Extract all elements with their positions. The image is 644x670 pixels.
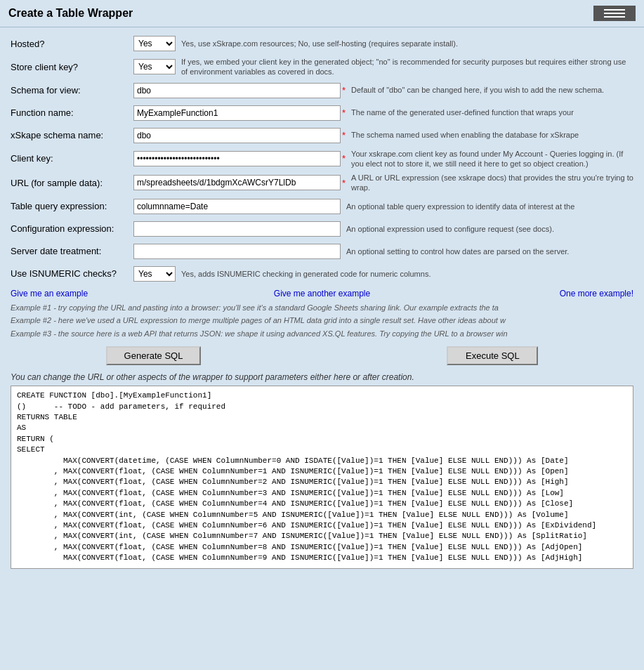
table-query-control: An optional table query expression to id…	[133, 199, 633, 214]
hamburger-icon	[604, 9, 625, 18]
isnumeric-select[interactable]: Yes No	[133, 266, 176, 282]
config-expr-row: Configuration expression: An optional ex…	[11, 220, 633, 238]
xskape-schema-required: *	[342, 130, 346, 140]
hosted-help: Yes, use xSkrape.com resources; No, use …	[181, 39, 633, 48]
isnumeric-label: Use ISNUMERIC checks?	[11, 268, 133, 279]
client-key-label: Client key:	[11, 153, 133, 164]
main-content: Hosted? Yes No Yes, use xSkrape.com reso…	[0, 27, 644, 576]
example-desc-2: Example #2 - here we've used a URL expre…	[11, 315, 633, 327]
url-row: URL (for sample data): * A URL or URL ex…	[11, 173, 633, 193]
hosted-select[interactable]: Yes No	[133, 36, 176, 51]
menu-icon[interactable]	[593, 6, 636, 21]
server-date-label: Server date treatment:	[11, 246, 133, 256]
table-query-row: Table query expression: An optional tabl…	[11, 197, 633, 216]
example-link-3[interactable]: One more example!	[426, 289, 633, 298]
example-link-1[interactable]: Give me an example	[11, 289, 218, 298]
function-name-help: The name of the generated user-defined f…	[351, 107, 633, 117]
generate-sql-button[interactable]: Generate SQL	[106, 346, 202, 365]
hosted-label: Hosted?	[11, 39, 133, 49]
store-client-key-label: Store client key?	[11, 62, 133, 72]
xskape-schema-label: xSkape schema name:	[11, 130, 133, 140]
table-query-input[interactable]	[133, 199, 341, 214]
server-date-help: An optional setting to control how dates…	[346, 247, 633, 256]
isnumeric-help: Yes, adds ISNUMERIC checking in generate…	[181, 269, 633, 279]
sql-output[interactable]: CREATE FUNCTION [dbo].[MyExampleFunction…	[11, 386, 633, 568]
client-key-control: * Your xskrape.com client key as found u…	[133, 149, 633, 169]
client-key-input[interactable]	[133, 151, 341, 166]
schema-view-row: Schema for view: * Default of "dbo" can …	[11, 81, 633, 100]
schema-view-required: *	[342, 85, 346, 96]
execute-sql-button[interactable]: Execute SQL	[447, 346, 538, 365]
server-date-input[interactable]	[133, 244, 341, 259]
xskape-schema-help: The schema named used when enabling the …	[351, 130, 633, 140]
config-expr-label: Configuration expression:	[11, 223, 133, 234]
example-link-2[interactable]: Give me another example	[218, 289, 426, 298]
server-date-control: An optional setting to control how dates…	[133, 244, 633, 259]
function-name-required: *	[342, 107, 346, 118]
example-desc-3: Example #3 - the source here is a web AP…	[11, 328, 633, 340]
examples-links-row: Give me an example Give me another examp…	[11, 289, 633, 298]
store-client-key-help: If yes, we embed your client key in the …	[181, 57, 633, 77]
url-control: * A URL or URL expression (see xskrape d…	[133, 173, 633, 193]
url-help: A URL or URL expression (see xskrape doc…	[351, 173, 633, 193]
xskape-schema-control: * The schema named used when enabling th…	[133, 128, 633, 143]
function-name-row: Function name: * The name of the generat…	[11, 104, 633, 122]
isnumeric-row: Use ISNUMERIC checks? Yes No Yes, adds I…	[11, 265, 633, 283]
client-key-row: Client key: * Your xskrape.com client ke…	[11, 149, 633, 169]
server-date-row: Server date treatment: An optional setti…	[11, 242, 633, 261]
xskape-schema-input[interactable]	[133, 128, 341, 143]
schema-view-control: * Default of "dbo" can be changed here, …	[133, 83, 633, 98]
schema-view-help: Default of "dbo" can be changed here, if…	[351, 85, 633, 95]
hosted-control: Yes No Yes, use xSkrape.com resources; N…	[133, 36, 633, 51]
config-expr-control: An optional expression used to configure…	[133, 221, 633, 237]
client-key-help: Your xskrape.com client key as found und…	[351, 149, 633, 169]
client-key-required: *	[342, 153, 346, 164]
function-name-input[interactable]	[133, 105, 341, 121]
isnumeric-control: Yes No Yes, adds ISNUMERIC checking in g…	[133, 266, 633, 282]
hosted-row: Hosted? Yes No Yes, use xSkrape.com reso…	[11, 34, 633, 53]
xskape-schema-row: xSkape schema name: * The schema named u…	[11, 126, 633, 145]
function-name-label: Function name:	[11, 107, 133, 118]
title-bar: Create a Table Wrapper	[0, 0, 644, 27]
table-query-label: Table query expression:	[11, 201, 133, 211]
config-expr-help: An optional expression used to configure…	[346, 224, 633, 234]
url-input[interactable]	[133, 175, 341, 190]
schema-view-input[interactable]	[133, 83, 341, 98]
example-desc-1: Example #1 - try copying the URL and pas…	[11, 302, 633, 314]
store-client-key-select[interactable]: Yes No	[133, 59, 176, 74]
info-text: You can change the URL or other aspects …	[11, 372, 633, 382]
page-title: Create a Table Wrapper	[8, 7, 133, 20]
store-client-key-control: Yes No If yes, we embed your client key …	[133, 57, 633, 77]
function-name-control: * The name of the generated user-defined…	[133, 105, 633, 121]
url-label: URL (for sample data):	[11, 178, 133, 188]
table-query-help: An optional table query expression to id…	[346, 202, 633, 211]
store-client-key-row: Store client key? Yes No If yes, we embe…	[11, 57, 633, 77]
buttons-row: Generate SQL Execute SQL	[11, 346, 633, 365]
url-required: *	[342, 178, 346, 188]
config-expr-input[interactable]	[133, 221, 341, 237]
schema-view-label: Schema for view:	[11, 85, 133, 96]
